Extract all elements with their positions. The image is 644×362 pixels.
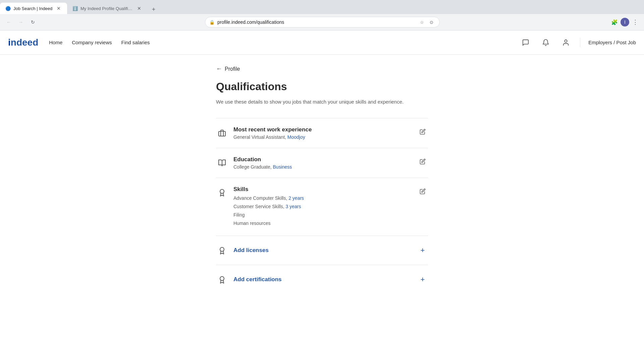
nav-company-reviews[interactable]: Company reviews	[72, 40, 112, 45]
tab-close-1[interactable]: ✕	[56, 5, 62, 11]
back-button[interactable]: ←	[4, 17, 13, 27]
tab-favicon-2: ℹ️	[72, 6, 78, 11]
add-certifications-section[interactable]: Add certifications +	[216, 265, 428, 294]
nav-home[interactable]: Home	[49, 40, 62, 45]
navbar: indeed Home Company reviews Find salarie…	[0, 31, 644, 55]
work-experience-role: General Virtual Assistant,	[233, 134, 286, 140]
education-degree: College Graduate,	[233, 164, 272, 170]
work-experience-title: Most recent work experience	[233, 126, 412, 133]
briefcase-icon	[216, 127, 228, 139]
url-text: profile.indeed.com/qualifications	[217, 19, 415, 25]
education-subtitle: College Graduate, Business	[233, 164, 412, 170]
add-certifications-plus-icon: +	[417, 274, 428, 285]
education-field: Business	[273, 164, 292, 170]
add-licenses-section[interactable]: Add licenses +	[216, 236, 428, 265]
messages-icon[interactable]	[520, 37, 532, 49]
skills-edit-button[interactable]	[417, 186, 428, 197]
education-icon	[216, 157, 228, 169]
nav-find-salaries[interactable]: Find salaries	[121, 40, 150, 45]
tab-title-1: Job Search | Indeed	[13, 6, 53, 11]
logo-ndeed: ndeed	[11, 37, 38, 48]
svg-point-0	[565, 40, 567, 42]
skills-body: Skills Advance Computer Skills, 2 years …	[233, 186, 412, 228]
navbar-right: Employers / Post Job	[520, 37, 636, 49]
add-licenses-plus-icon: +	[417, 245, 428, 256]
work-experience-company: Moodjoy	[287, 134, 305, 140]
tab-title-2: My Indeed Profile Qualifications	[80, 6, 133, 11]
education-section: Education College Graduate, Business	[216, 148, 428, 178]
lock-icon: 🔒	[209, 20, 215, 25]
back-label: Profile	[225, 66, 240, 72]
add-licenses-label: Add licenses	[233, 247, 412, 254]
page-description: We use these details to show you jobs th…	[216, 98, 428, 106]
education-title: Education	[233, 156, 412, 163]
profile-icon-addr[interactable]: ⊙	[427, 18, 435, 26]
reload-button[interactable]: ↻	[28, 17, 38, 27]
skills-title: Skills	[233, 186, 412, 193]
work-experience-body: Most recent work experience General Virt…	[233, 126, 412, 140]
skill-name-2: Customer Service Skills,	[233, 204, 284, 209]
education-edit-button[interactable]	[417, 156, 428, 167]
more-menu-icon[interactable]: ⋮	[631, 17, 640, 27]
skills-list: Advance Computer Skills, 2 years Custome…	[233, 194, 412, 228]
nav-divider	[580, 38, 580, 47]
tab-bar: 🔵 Job Search | Indeed ✕ ℹ️ My Indeed Pro…	[0, 0, 644, 14]
tab-favicon-1: 🔵	[5, 6, 11, 11]
logo-text: i	[8, 37, 11, 48]
new-tab-button[interactable]: +	[149, 5, 158, 14]
education-body: Education College Graduate, Business	[233, 156, 412, 170]
employers-link[interactable]: Employers / Post Job	[588, 40, 636, 45]
work-experience-edit-button[interactable]	[417, 126, 428, 137]
browser-right-icons: 🧩 I ⋮	[610, 17, 640, 27]
skill-item-2: Customer Service Skills, 3 years	[233, 202, 412, 211]
page-title: Qualifications	[216, 80, 428, 93]
skill-name-4: Human resources	[233, 221, 271, 226]
user-account-icon[interactable]	[560, 37, 572, 49]
certifications-icon	[216, 274, 228, 286]
address-bar[interactable]: 🔒 profile.indeed.com/qualifications ☆ ⊙	[205, 17, 440, 27]
forward-button[interactable]: →	[16, 17, 25, 27]
address-bar-icons: ☆ ⊙	[418, 18, 435, 26]
skills-section: Skills Advance Computer Skills, 2 years …	[216, 178, 428, 236]
extensions-icon[interactable]: 🧩	[610, 17, 619, 27]
skill-item-4: Human resources	[233, 219, 412, 228]
skill-years-2: 3 years	[284, 204, 301, 209]
browser-chrome: 🔵 Job Search | Indeed ✕ ℹ️ My Indeed Pro…	[0, 0, 644, 31]
work-experience-subtitle: General Virtual Assistant, Moodjoy	[233, 134, 412, 140]
work-experience-section: Most recent work experience General Virt…	[216, 118, 428, 148]
licenses-icon	[216, 245, 228, 257]
skill-years-1: 2 years	[287, 195, 304, 201]
tab-active[interactable]: 🔵 Job Search | Indeed ✕	[0, 3, 67, 14]
back-arrow-icon: ←	[216, 65, 222, 72]
address-bar-row: ← → ↻ 🔒 profile.indeed.com/qualification…	[0, 14, 644, 30]
tab-inactive[interactable]: ℹ️ My Indeed Profile Qualifications ✕	[67, 3, 148, 14]
skill-name-3: Filing	[233, 212, 245, 218]
main-content: ← Profile Qualifications We use these de…	[208, 55, 436, 314]
tab-close-2[interactable]: ✕	[136, 5, 142, 11]
skill-item-3: Filing	[233, 211, 412, 219]
nav-links: Home Company reviews Find salaries	[49, 40, 520, 45]
add-certifications-label: Add certifications	[233, 276, 412, 283]
bookmark-icon[interactable]: ☆	[418, 18, 426, 26]
skill-name-1: Advance Computer Skills,	[233, 195, 287, 201]
indeed-logo[interactable]: indeed	[8, 37, 38, 48]
notifications-icon[interactable]	[540, 37, 552, 49]
profile-browser-icon[interactable]: I	[621, 18, 629, 26]
skills-icon	[216, 187, 228, 199]
svg-rect-1	[219, 131, 225, 136]
skill-item-1: Advance Computer Skills, 2 years	[233, 194, 412, 202]
back-to-profile[interactable]: ← Profile	[216, 65, 428, 72]
